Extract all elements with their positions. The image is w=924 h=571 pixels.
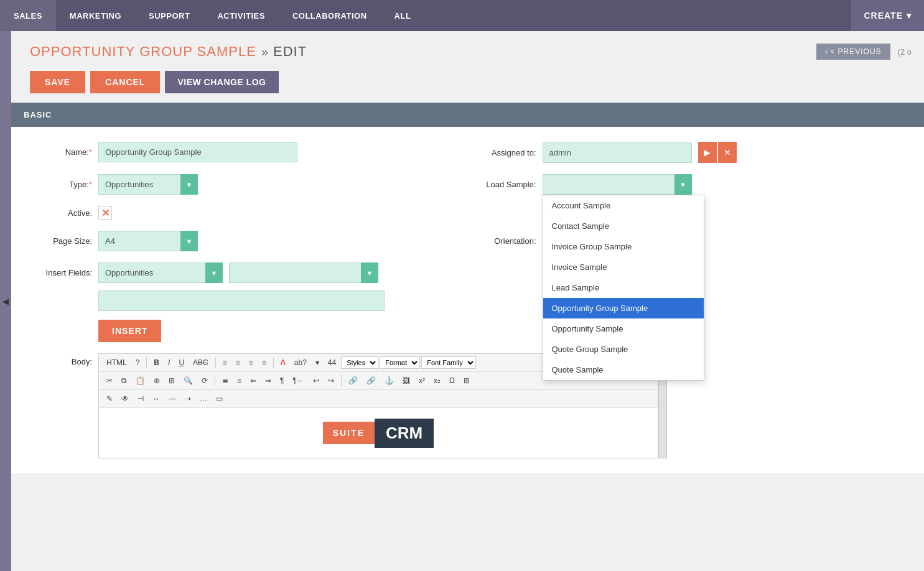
load-sample-wrapper: ▼ Account Sample Contact Sample Invoice …: [543, 174, 692, 195]
create-button[interactable]: CREATE ▾: [851, 0, 924, 31]
cancel-button[interactable]: CANCEL: [90, 71, 160, 93]
toolbar-find[interactable]: 🔍: [180, 374, 197, 387]
assigned-label: Assigned to:: [474, 148, 536, 157]
toolbar-bold[interactable]: B: [150, 356, 163, 369]
page-size-select[interactable]: A4 A3 Letter Legal: [98, 231, 198, 251]
insert-fields-select1[interactable]: Opportunities Accounts: [98, 262, 223, 283]
toolbar-special-char[interactable]: Ω: [446, 374, 459, 387]
nav-activities[interactable]: ACTIVITIES: [203, 0, 279, 31]
nav-sales[interactable]: SALES: [0, 0, 56, 31]
page-size-label: Page Size:: [30, 236, 92, 246]
assigned-select-button[interactable]: ▶: [698, 142, 717, 163]
toolbar-table[interactable]: ⊞: [460, 374, 474, 387]
assigned-input[interactable]: [543, 142, 692, 163]
active-checkbox[interactable]: ✕: [98, 206, 112, 220]
toolbar-subscript[interactable]: x₂: [430, 374, 444, 387]
toolbar-source[interactable]: ✎: [103, 392, 116, 405]
toolbar-indent[interactable]: ⇒: [261, 374, 275, 387]
toolbar-ellipsis[interactable]: …: [196, 392, 211, 405]
toolbar-para[interactable]: ¶: [276, 374, 287, 387]
toolbar-cut[interactable]: ✂: [103, 374, 116, 387]
pagesize-orientation-row: Page Size: A4 A3 Letter Legal ▼: [30, 231, 905, 251]
toolbar-align-center[interactable]: ≡: [232, 356, 244, 369]
insert-fields-select2[interactable]: [229, 262, 378, 283]
toolbar-outdent[interactable]: ⇐: [246, 374, 260, 387]
toolbar-italic[interactable]: I: [164, 356, 174, 369]
changelog-button[interactable]: VIEW CHANGE LOG: [165, 71, 278, 93]
toolbar-block[interactable]: ▭: [212, 392, 226, 405]
toolbar-align-justify[interactable]: ≡: [258, 356, 270, 369]
section-body: Name:* Assigned to: ▶ ✕: [11, 127, 924, 473]
toolbar-unlink[interactable]: 🔗: [363, 374, 380, 387]
toolbar-strikethrough[interactable]: ABC: [189, 356, 212, 369]
toolbar-fontsize[interactable]: 44: [324, 356, 340, 369]
dropdown-item-opportunity-sample[interactable]: Opportunity Sample: [543, 318, 704, 339]
toolbar-arrow[interactable]: ➝: [181, 392, 195, 405]
toolbar-paste-text[interactable]: ⊕: [150, 374, 164, 387]
toolbar-preview[interactable]: 👁: [118, 392, 133, 405]
toolbar-sep1: [146, 357, 147, 368]
load-sample-input[interactable]: [543, 174, 692, 195]
breadcrumb-parent[interactable]: OPPORTUNITY GROUP SAMPLE: [30, 44, 256, 60]
name-required: *: [89, 147, 92, 157]
dropdown-item-contact-sample[interactable]: Contact Sample: [543, 216, 704, 236]
toolbar-html[interactable]: HTML: [103, 356, 131, 369]
sidebar-toggle[interactable]: ◀: [0, 31, 11, 571]
toolbar-superscript[interactable]: x²: [415, 374, 429, 387]
save-button[interactable]: SAVE: [30, 71, 85, 93]
toolbar-spacer[interactable]: ↔: [149, 392, 164, 405]
toolbar-copy[interactable]: ⧉: [118, 374, 131, 387]
section-header: BASIC: [11, 103, 924, 127]
toolbar-redo[interactable]: ↪: [324, 374, 338, 387]
dropdown-item-opportunity-group-sample[interactable]: Opportunity Group Sample: [543, 298, 704, 318]
nav-collaboration[interactable]: COLLABORATION: [279, 0, 381, 31]
toolbar-font-family[interactable]: Font Family: [421, 356, 476, 369]
type-select-wrapper: Opportunities Accounts Contacts ▼: [98, 174, 198, 195]
toolbar-highlight-arrow[interactable]: ▾: [312, 356, 323, 369]
nav-support[interactable]: SUPPORT: [135, 0, 203, 31]
toolbar-bullets[interactable]: ≣: [218, 374, 232, 387]
active-x-icon: ✕: [101, 207, 110, 219]
toolbar-font-color[interactable]: A: [277, 356, 289, 369]
toolbar-format[interactable]: Format: [380, 356, 420, 369]
toolbar-align-right[interactable]: ≡: [245, 356, 257, 369]
toolbar-undo[interactable]: ↩: [309, 374, 323, 387]
active-label: Active:: [30, 208, 92, 218]
editor-body[interactable]: SUITE CRM: [99, 408, 658, 458]
toolbar-styles[interactable]: Styles: [341, 356, 378, 369]
toolbar-para2[interactable]: ¶←: [289, 374, 307, 387]
insert-fields-row: Insert Fields: Opportunities Accounts ▼: [30, 262, 905, 342]
body-row: Body: HTML ? B I U ABC: [30, 353, 905, 458]
dropdown-item-account-sample[interactable]: Account Sample: [543, 195, 704, 216]
toolbar-link[interactable]: 🔗: [345, 374, 362, 387]
toolbar-paste-word[interactable]: ⊞: [165, 374, 179, 387]
name-label: Name:*: [30, 147, 92, 157]
toolbar-paste[interactable]: 📋: [132, 374, 149, 387]
dropdown-item-invoice-sample[interactable]: Invoice Sample: [543, 257, 704, 277]
type-select[interactable]: Opportunities Accounts Contacts: [98, 174, 198, 195]
insert-button[interactable]: INSERT: [98, 320, 161, 342]
dropdown-item-quote-sample[interactable]: Quote Sample: [543, 360, 704, 380]
toolbar-underline[interactable]: U: [175, 356, 188, 369]
toolbar-sep3: [273, 357, 274, 368]
nav-all[interactable]: ALL: [381, 0, 425, 31]
dropdown-item-quote-group-sample[interactable]: Quote Group Sample: [543, 339, 704, 360]
toolbar-image[interactable]: 🖼: [399, 374, 414, 387]
previous-button[interactable]: ‹ < PREVIOUS: [816, 44, 890, 60]
toolbar-highlight[interactable]: ab?: [291, 356, 310, 369]
toolbar-numbers[interactable]: ≡: [233, 374, 245, 387]
nav-marketing[interactable]: MARKETING: [56, 0, 135, 31]
toolbar-help[interactable]: ?: [132, 356, 144, 369]
dropdown-item-invoice-group-sample[interactable]: Invoice Group Sample: [543, 236, 704, 257]
toolbar-hr[interactable]: —: [165, 392, 180, 405]
toolbar-replace[interactable]: ⟳: [198, 374, 212, 387]
toolbar-align-left[interactable]: ≡: [219, 356, 231, 369]
crm-logo: SUITE: [323, 422, 375, 444]
body-label: Body:: [30, 353, 92, 366]
name-input[interactable]: [98, 142, 297, 162]
dropdown-item-lead-sample[interactable]: Lead Sample: [543, 277, 704, 298]
assigned-clear-button[interactable]: ✕: [718, 142, 737, 163]
toolbar-anchor[interactable]: ⚓: [381, 374, 398, 387]
toolbar-pagebreak[interactable]: ⊣: [134, 392, 147, 405]
insert-text-field[interactable]: [98, 290, 385, 311]
